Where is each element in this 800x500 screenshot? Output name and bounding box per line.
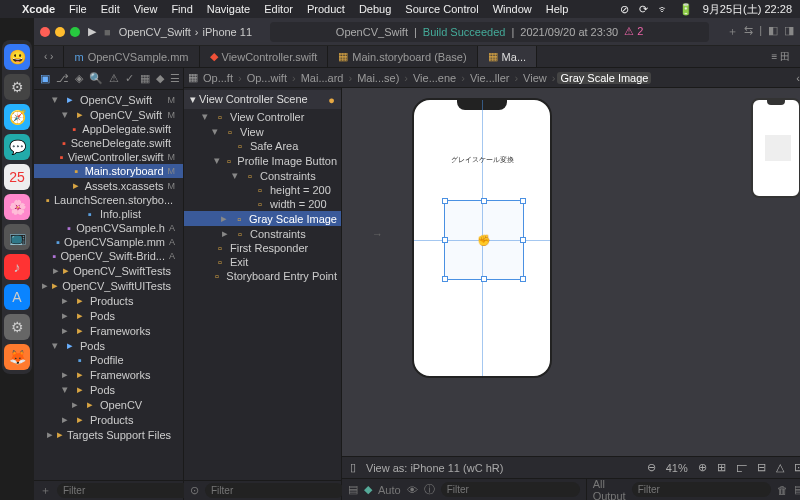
nav-item[interactable]: ▪AppDelegate.swift xyxy=(34,122,183,136)
outline-item[interactable]: ▫width = 200 xyxy=(184,197,341,211)
resize-handle[interactable] xyxy=(520,276,526,282)
jump-seg[interactable]: Op...wift xyxy=(244,72,290,84)
nav-item[interactable]: ▸▸Products xyxy=(34,293,183,308)
zoom-out-button[interactable]: ⊖ xyxy=(647,461,656,474)
issue-navigator-icon[interactable]: ⚠ xyxy=(109,72,119,85)
jump-seg[interactable]: View xyxy=(520,72,550,84)
menu-source-control[interactable]: Source Control xyxy=(405,3,478,15)
dock-appstore[interactable]: A xyxy=(4,284,30,310)
nav-item[interactable]: ▸Assets.xcassetsM xyxy=(34,178,183,193)
dock-app[interactable]: ⚙ xyxy=(4,74,30,100)
jump-seg[interactable]: Mai...se) xyxy=(354,72,402,84)
console-scope[interactable]: All Output xyxy=(593,478,626,501)
app-menu[interactable]: Xcode xyxy=(22,3,55,15)
nav-item[interactable]: ▪ViewController.swiftM xyxy=(34,150,183,164)
outline-item[interactable]: ▫First Responder xyxy=(184,241,341,255)
related-items-icon[interactable]: ▦ xyxy=(188,71,198,84)
zoom-button[interactable] xyxy=(70,27,80,37)
nav-item[interactable]: ▸▸Frameworks xyxy=(34,323,183,338)
jump-seg[interactable]: Mai...ard xyxy=(298,72,347,84)
zoom-level[interactable]: 41% xyxy=(666,462,688,474)
info-icon[interactable]: ⓘ xyxy=(424,482,435,497)
device-frame[interactable]: グレイスケール変換 ✊ xyxy=(412,98,552,378)
outline-item[interactable]: ▸▫Gray Scale Image xyxy=(184,211,341,226)
embed-icon[interactable]: ⊡ xyxy=(794,461,800,474)
toggle-right-panel[interactable]: ◨ xyxy=(784,24,794,39)
jump-seg[interactable]: Gray Scale Image xyxy=(557,72,651,84)
align-icon[interactable]: ⫍ xyxy=(736,462,747,474)
nav-item[interactable]: ▪Info.plist xyxy=(34,207,183,221)
add-button[interactable]: ＋ xyxy=(40,483,51,498)
console-filter[interactable] xyxy=(632,482,771,497)
nav-item[interactable]: ▸▸Pods xyxy=(34,308,183,323)
editor-tab[interactable]: ▦Ma... xyxy=(478,46,537,67)
nav-item[interactable]: ▸▸Products xyxy=(34,412,183,427)
variables-filter[interactable] xyxy=(441,482,580,497)
navigator-filter[interactable] xyxy=(57,483,196,498)
grayscale-button-label[interactable]: グレイスケール変換 xyxy=(451,155,514,165)
run-button[interactable]: ▶ xyxy=(88,25,96,38)
dock-calendar[interactable]: 25 xyxy=(4,164,30,190)
editor-tab[interactable]: mOpenCVSample.mm xyxy=(64,46,199,67)
minimize-button[interactable] xyxy=(55,27,65,37)
console-layout-icon[interactable]: ▤ xyxy=(794,483,800,496)
dock-finder[interactable]: 😀 xyxy=(4,44,30,70)
nav-item[interactable]: ▪OpenCVSample.hA xyxy=(34,221,183,235)
resize-handle[interactable] xyxy=(520,198,526,204)
outline-item[interactable]: ▫Storyboard Entry Point xyxy=(184,269,341,283)
resize-handle[interactable] xyxy=(442,276,448,282)
dock-firefox[interactable]: 🦊 xyxy=(4,344,30,370)
nav-item[interactable]: ▸▸OpenCV_SwiftTests xyxy=(34,263,183,278)
view-as-label[interactable]: View as: iPhone 11 (wC hR) xyxy=(366,462,503,474)
resize-handle[interactable] xyxy=(481,198,487,204)
nav-item[interactable]: ▾▸OpenCV_SwiftM xyxy=(34,92,183,107)
menu-help[interactable]: Help xyxy=(546,3,569,15)
outline-item[interactable]: ▫Exit xyxy=(184,255,341,269)
resize-handle[interactable] xyxy=(442,237,448,243)
outline-item[interactable]: ▾▫Profile Image Button xyxy=(184,153,341,168)
outline-item[interactable]: ▾▫Constraints xyxy=(184,168,341,183)
nav-item[interactable]: ▪OpenCVSample.mmA xyxy=(34,235,183,249)
nav-item[interactable]: ▸▸Targets Support Files xyxy=(34,427,183,442)
jump-seg[interactable]: Vie...ene xyxy=(410,72,459,84)
nav-item[interactable]: ▸▸Frameworks xyxy=(34,367,183,382)
pin-icon[interactable]: ⊟ xyxy=(757,461,766,474)
preview-device[interactable] xyxy=(751,98,800,198)
nav-item[interactable]: ▪Podfile xyxy=(34,353,183,367)
dock-music[interactable]: ♪ xyxy=(4,254,30,280)
status-icon[interactable]: ⊘ xyxy=(620,3,629,16)
clear-console-icon[interactable]: 🗑 xyxy=(777,484,788,496)
outline-filter[interactable] xyxy=(205,483,344,498)
menu-window[interactable]: Window xyxy=(493,3,532,15)
nav-item[interactable]: ▪Main.storyboardM xyxy=(34,164,183,178)
jump-nav-icon[interactable]: ‹ › xyxy=(796,72,800,84)
resize-handle[interactable] xyxy=(481,276,487,282)
menu-view[interactable]: View xyxy=(134,3,158,15)
breakpoint-navigator-icon[interactable]: ◆ xyxy=(156,72,164,85)
dock-photos[interactable]: 🌸 xyxy=(4,194,30,220)
wifi-icon[interactable]: ᯤ xyxy=(658,3,669,15)
editor-tab[interactable]: ◆ViewController.swift xyxy=(200,46,329,67)
menu-edit[interactable]: Edit xyxy=(101,3,120,15)
clock[interactable]: 9月25日(土) 22:28 xyxy=(703,2,792,17)
project-navigator-icon[interactable]: ▣ xyxy=(40,72,50,85)
constraints-icon[interactable]: ⊞ xyxy=(717,461,726,474)
menu-editor[interactable]: Editor xyxy=(264,3,293,15)
resize-handle[interactable] xyxy=(442,198,448,204)
outline-item[interactable]: ▫Safe Area xyxy=(184,139,341,153)
dock-app[interactable]: 📺 xyxy=(4,224,30,250)
symbol-navigator-icon[interactable]: ◈ xyxy=(75,72,83,85)
filter-icon[interactable]: ⊙ xyxy=(190,484,199,497)
outline-item[interactable]: ▾▫View Controller xyxy=(184,109,341,124)
device-config-icon[interactable]: ▯ xyxy=(350,461,356,474)
ib-canvas[interactable]: → グレイスケール変換 xyxy=(342,88,800,456)
status-icon[interactable]: ⟳ xyxy=(639,3,648,16)
eye-icon[interactable]: 👁 xyxy=(407,484,418,496)
debug-auto[interactable]: Auto xyxy=(378,484,401,496)
jump-seg[interactable]: Op...ft xyxy=(200,72,236,84)
nav-item[interactable]: ▾▸Pods xyxy=(34,382,183,397)
code-review-button[interactable]: ⇆ xyxy=(744,24,753,39)
menu-file[interactable]: File xyxy=(69,3,87,15)
report-navigator-icon[interactable]: ☰ xyxy=(170,72,180,85)
dock-settings[interactable]: ⚙ xyxy=(4,314,30,340)
